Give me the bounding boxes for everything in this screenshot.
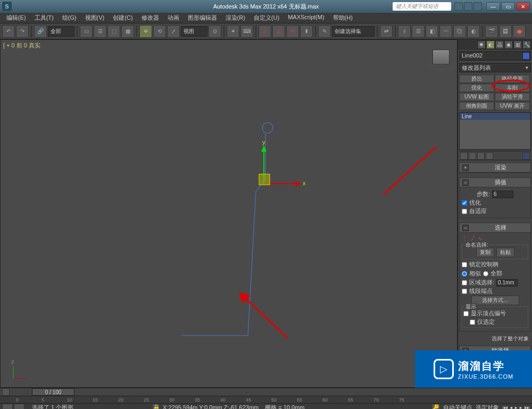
make-unique-icon[interactable] <box>477 152 485 160</box>
modifier-optimize-button[interactable]: 优化 <box>459 84 494 92</box>
search-input[interactable]: 键入关键字或短语 <box>393 2 451 11</box>
coord-z-field[interactable]: -61.623mm <box>229 404 259 409</box>
menu-tools[interactable]: 工具(T) <box>30 13 58 23</box>
selected-set-dropdown[interactable]: 选定对象 <box>476 404 499 409</box>
rendered-frame-button[interactable]: 🖼 <box>499 25 512 38</box>
schematic-button[interactable]: ⿻ <box>453 25 466 38</box>
modifier-lathe-button[interactable]: 车削 <box>495 84 530 92</box>
coord-y-field[interactable]: 0.0mm <box>204 404 222 409</box>
redo-button[interactable]: ↷ <box>16 25 29 38</box>
select-by-button[interactable]: 选择方式... <box>471 296 519 305</box>
tab-utilities-icon[interactable]: 🔧 <box>522 40 531 49</box>
render-button[interactable]: 🫖 <box>513 25 526 38</box>
menu-view[interactable]: 视图(V) <box>81 13 109 23</box>
adaptive-checkbox[interactable]: 自适应 <box>462 207 528 215</box>
object-color-swatch[interactable] <box>522 52 530 60</box>
menu-animation[interactable]: 动画 <box>163 13 184 23</box>
area-select-spinner[interactable]: 0.1mm <box>496 279 518 287</box>
menu-maxscript[interactable]: MAXScript(M) <box>284 13 328 23</box>
modifier-list-dropdown[interactable]: 修改器列表 <box>459 63 531 72</box>
close-button[interactable]: ✕ <box>516 2 530 11</box>
modifier-uvwunwrap-button[interactable]: UVW 展开 <box>495 102 530 110</box>
selected-only-checkbox[interactable]: 仅选定 <box>470 318 527 326</box>
timeslider-left-icon[interactable] <box>2 388 10 396</box>
coord-x-field[interactable]: 2295.594m <box>168 404 197 409</box>
time-slider-thumb[interactable]: 0 / 100 <box>32 388 74 396</box>
curve-editor-button[interactable]: 〰 <box>439 25 452 38</box>
menu-modifiers[interactable]: 修改器 <box>137 13 163 23</box>
goto-start-icon[interactable]: ⏮ <box>502 404 508 409</box>
menu-render[interactable]: 渲染(R) <box>221 13 250 23</box>
snap-percent-button[interactable]: % <box>286 25 299 38</box>
snap-2d-button[interactable]: 2 <box>259 25 271 38</box>
render-setup-button[interactable]: 🎬 <box>485 25 498 38</box>
menu-create[interactable]: 创建(C) <box>109 13 137 23</box>
modifier-bevelprofile-button[interactable]: 倒角剖面 <box>459 102 494 110</box>
edit-named-sel-button[interactable]: ✎ <box>318 25 331 38</box>
window-crossing-button[interactable]: ▦ <box>121 25 134 38</box>
tab-motion-icon[interactable]: ◉ <box>504 40 513 49</box>
tab-display-icon[interactable]: ▥ <box>513 40 522 49</box>
pivot-button[interactable]: ⊙ <box>209 25 221 38</box>
scale-button[interactable]: ⤢ <box>167 25 180 38</box>
rollout-interp-header[interactable]: 插值 <box>460 178 530 187</box>
modifier-pathdeform-button[interactable]: 路径变形 <box>495 75 530 83</box>
modifier-stack[interactable]: Line <box>459 112 531 150</box>
select-name-button[interactable]: ☰ <box>94 25 106 38</box>
all-radio[interactable]: 全部 <box>483 269 502 277</box>
lock-handles-checkbox[interactable]: 锁定控制柄 <box>462 260 528 268</box>
menu-group[interactable]: 组(G) <box>58 13 81 23</box>
paste-selection-button[interactable]: 粘贴 <box>496 248 514 257</box>
search-icon[interactable] <box>454 2 463 11</box>
next-frame-icon[interactable]: ▶ <box>519 404 522 409</box>
align-button[interactable]: ⫴ <box>398 25 411 38</box>
keyboard-shortcut-button[interactable]: ⌨ <box>240 25 253 38</box>
tab-modify-icon[interactable]: ◐ <box>486 40 495 49</box>
prev-frame-icon[interactable]: ◀ <box>510 404 513 409</box>
alike-radio[interactable]: 相似 <box>462 269 481 277</box>
menu-edit[interactable]: 编辑(E) <box>2 13 30 23</box>
area-select-checkbox[interactable]: 区域选择: 0.1mm <box>462 279 528 287</box>
menu-customize[interactable]: 自定义(U) <box>250 13 284 23</box>
tab-create-icon[interactable]: ✺ <box>477 40 486 49</box>
modifier-turbosmooth-button[interactable]: 涡轮平滑 <box>495 93 530 101</box>
maximize-button[interactable]: ▭ <box>501 2 515 11</box>
undo-button[interactable]: ↶ <box>2 25 15 38</box>
key-icon[interactable]: 🔑 <box>431 404 440 409</box>
menu-help[interactable]: 帮助(H) <box>329 13 357 23</box>
select-button[interactable]: ▭ <box>80 25 93 38</box>
timeline-ruler[interactable]: 0 5 10 15 20 25 30 35 40 45 50 55 60 65 … <box>0 396 532 403</box>
modifier-uvwmap-button[interactable]: UVW 贴图 <box>459 93 494 101</box>
maxscript-mini-icon[interactable] <box>14 404 24 409</box>
maxscript-listener-icon[interactable] <box>2 404 13 409</box>
copy-selection-button[interactable]: 复制 <box>476 248 494 257</box>
viewport-label[interactable]: [ + 0 前 0 真实 <box>3 42 40 50</box>
remove-modifier-icon[interactable] <box>486 152 493 160</box>
rollout-render-header[interactable]: 渲染 <box>460 163 530 173</box>
goto-end-icon[interactable]: ⏭ <box>524 404 530 409</box>
object-name-field[interactable]: Line002 <box>459 51 531 61</box>
graphite-button[interactable]: ◧ <box>426 25 438 38</box>
modifier-extrude-button[interactable]: 挤出 <box>459 75 494 83</box>
time-slider[interactable]: 0 / 100 <box>0 388 532 396</box>
autokey-button[interactable]: 自动关键点 <box>443 404 472 409</box>
named-selection-dropdown[interactable]: 创建选择集 <box>332 26 375 37</box>
snap-angle-button[interactable]: ∠ <box>272 25 285 38</box>
spinner-snap-button[interactable]: ⬍ <box>300 25 313 38</box>
select-region-button[interactable]: ⬚ <box>107 25 120 38</box>
filter-dropdown[interactable]: 全部 <box>48 26 74 37</box>
menu-graph-editors[interactable]: 图形编辑器 <box>184 13 221 23</box>
manipulate-button[interactable]: ✦ <box>227 25 239 38</box>
minimize-button[interactable]: — <box>486 2 500 11</box>
show-end-result-icon[interactable] <box>469 152 476 160</box>
play-icon[interactable]: ▶ <box>514 404 518 409</box>
tab-hierarchy-icon[interactable]: 品 <box>495 40 504 49</box>
signin-icon[interactable] <box>464 2 472 11</box>
optimize-checkbox[interactable]: 优化 <box>462 199 528 207</box>
stack-item-line[interactable]: Line <box>460 113 530 120</box>
link-button[interactable]: 🔗 <box>34 25 47 38</box>
rollout-selection-header[interactable]: 选择 <box>460 223 530 233</box>
material-editor-button[interactable]: ◐ <box>467 25 480 38</box>
configure-sets-icon[interactable] <box>522 152 530 160</box>
pin-stack-icon[interactable] <box>460 152 468 160</box>
